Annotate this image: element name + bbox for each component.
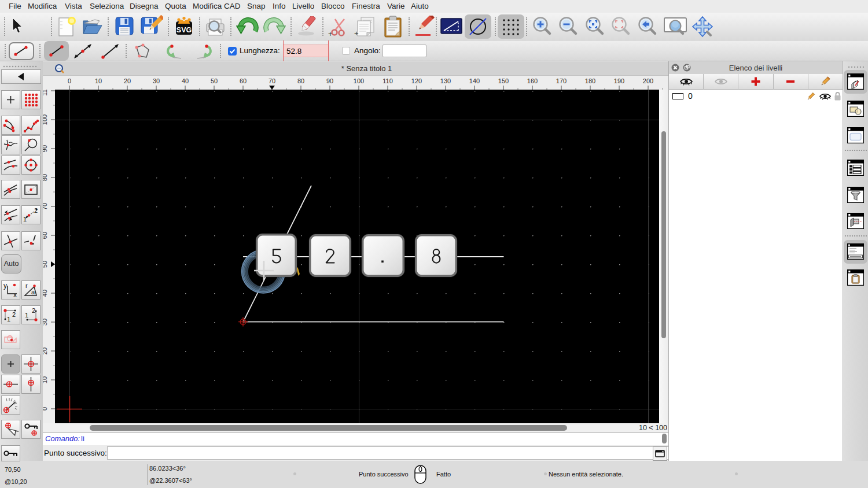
svg-text:90: 90 [326,77,333,84]
svg-text:120: 120 [411,77,422,84]
svg-text:70: 70 [43,203,48,210]
svg-text:100: 100 [43,114,48,125]
svg-text:140: 140 [469,77,480,84]
svg-text:+: + [354,29,359,38]
svg-text:10: 10 [43,376,48,383]
svg-text:180: 180 [585,77,595,84]
svg-text:80: 80 [297,77,304,84]
svg-text:50: 50 [43,261,48,268]
svg-text:130: 130 [440,77,451,84]
svg-text:60: 60 [43,232,48,239]
svg-text:x: x [13,291,17,299]
svg-text:20: 20 [43,347,48,354]
svg-text:90: 90 [43,145,48,152]
svg-text:200: 200 [643,77,653,84]
svg-text:20: 20 [124,77,131,84]
svg-text:1: 1 [23,216,27,223]
svg-text:0: 0 [68,77,71,84]
svg-text:190: 190 [614,77,624,84]
svg-text:150: 150 [498,77,509,84]
svg-text:80: 80 [43,174,48,181]
svg-text:a: a [31,289,35,295]
svg-text:y: y [3,282,7,290]
svg-text:0: 0 [43,407,48,411]
svg-text:10: 10 [95,77,102,84]
svg-text:2: 2 [12,311,16,318]
svg-text:110: 110 [43,90,48,96]
svg-text:110: 110 [382,77,393,84]
svg-text:70: 70 [269,77,275,84]
svg-text:40: 40 [182,77,189,84]
svg-text:50: 50 [211,77,218,84]
svg-text:r: r [25,282,28,289]
svg-text:30: 30 [43,319,48,326]
svg-text:160: 160 [527,77,538,84]
svg-text:100: 100 [354,77,364,84]
svg-text:SVG: SVG [176,26,192,34]
svg-text:2: 2 [32,307,35,314]
svg-text:30: 30 [153,77,160,84]
svg-text:2: 2 [34,207,38,214]
svg-text:40: 40 [43,290,48,297]
svg-text:1: 1 [25,312,28,319]
svg-text:170: 170 [556,77,567,84]
svg-text:60: 60 [240,77,247,84]
svg-text:1: 1 [7,316,10,323]
